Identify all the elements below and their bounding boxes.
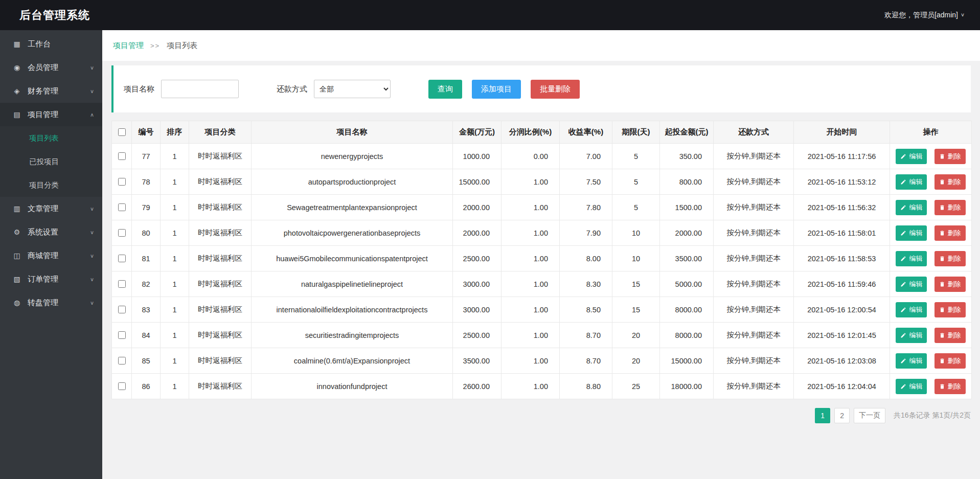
- edit-button-label: 编辑: [909, 305, 922, 314]
- row-checkbox[interactable]: [118, 382, 126, 390]
- sidebar-subitem-project-categories[interactable]: 项目分类: [0, 173, 102, 197]
- trash-icon: [939, 332, 945, 338]
- cell-id: 81: [132, 246, 161, 271]
- cell-amount: 15000.00: [453, 169, 502, 195]
- cell-yield-rate: 8.80: [560, 374, 612, 399]
- row-checkbox[interactable]: [118, 306, 126, 313]
- edit-button[interactable]: 编辑: [896, 302, 927, 317]
- cell-category: 时时返福利区: [189, 374, 252, 399]
- sidebar-item-workbench[interactable]: ▦ 工作台: [0, 32, 102, 56]
- trash-icon: [939, 281, 945, 287]
- app-title: 后台管理系统: [19, 8, 90, 23]
- edit-button[interactable]: 编辑: [896, 200, 927, 215]
- trash-icon: [939, 179, 945, 185]
- delete-button[interactable]: 删除: [935, 149, 966, 164]
- cell-min-investment: 5000.00: [660, 271, 714, 297]
- page-button-2[interactable]: 2: [834, 408, 850, 423]
- cell-term-days: 5: [612, 195, 660, 220]
- edit-button[interactable]: 编辑: [896, 328, 927, 343]
- table-row: 82 1 时时返福利区 naturalgaspipelinetielinepro…: [112, 271, 972, 297]
- sidebar-item-members[interactable]: ◉ 会员管理 ∨: [0, 56, 102, 79]
- cell-share-ratio: 1.00: [502, 374, 560, 399]
- edit-button-label: 编辑: [909, 280, 922, 289]
- row-checkbox[interactable]: [118, 331, 126, 339]
- search-button[interactable]: 查询: [428, 80, 462, 99]
- next-page-button[interactable]: 下一页: [854, 408, 885, 423]
- edit-button[interactable]: 编辑: [896, 149, 927, 164]
- page-button-1[interactable]: 1: [815, 408, 830, 423]
- delete-button[interactable]: 删除: [935, 200, 966, 215]
- cell-sort: 1: [161, 297, 189, 323]
- cell-sort: 1: [161, 374, 189, 399]
- breadcrumb: 项目管理 >> 项目列表: [102, 30, 980, 61]
- select-all-checkbox[interactable]: [118, 128, 126, 136]
- edit-button[interactable]: 编辑: [896, 277, 927, 292]
- cell-id: 82: [132, 271, 161, 297]
- pencil-icon: [900, 383, 906, 390]
- delete-button[interactable]: 删除: [935, 328, 966, 343]
- sidebar-item-settings[interactable]: ⚙ 系统设置 ∨: [0, 220, 102, 244]
- edit-button[interactable]: 编辑: [896, 251, 927, 266]
- cell-category: 时时返福利区: [189, 323, 252, 348]
- repay-method-select[interactable]: 全部: [314, 80, 391, 98]
- cell-sort: 1: [161, 246, 189, 271]
- sidebar-subitem-invested-projects[interactable]: 已投项目: [0, 150, 102, 173]
- batch-delete-button[interactable]: 批量删除: [531, 80, 580, 99]
- cell-yield-rate: 8.30: [560, 271, 612, 297]
- sidebar-item-articles[interactable]: ▥ 文章管理 ∨: [0, 197, 102, 220]
- column-header: 分润比例(%): [502, 121, 560, 144]
- user-menu[interactable]: 欢迎您，管理员[admin] ∨: [884, 11, 965, 20]
- delete-button[interactable]: 删除: [935, 353, 966, 369]
- row-checkbox[interactable]: [118, 357, 126, 364]
- cell-amount: 2600.00: [453, 374, 502, 399]
- project-name-input[interactable]: [161, 80, 239, 98]
- delete-button[interactable]: 删除: [935, 251, 966, 266]
- sidebar-item-finance[interactable]: ◈ 财务管理 ∨: [0, 79, 102, 103]
- cell-sort: 1: [161, 323, 189, 348]
- delete-button[interactable]: 删除: [935, 225, 966, 241]
- add-project-button[interactable]: 添加项目: [472, 80, 521, 99]
- edit-button[interactable]: 编辑: [896, 225, 927, 241]
- row-select-cell: [112, 144, 132, 169]
- row-checkbox[interactable]: [118, 178, 126, 186]
- sidebar-item-projects[interactable]: ▤ 项目管理 ∧: [0, 103, 102, 126]
- project-name-label: 项目名称: [124, 84, 154, 94]
- cell-sort: 1: [161, 348, 189, 374]
- row-checkbox[interactable]: [118, 255, 126, 262]
- row-checkbox[interactable]: [118, 152, 126, 160]
- cell-yield-rate: 8.00: [560, 246, 612, 271]
- chevron-down-icon: ∨: [90, 88, 94, 94]
- sidebar-item-label: 项目管理: [28, 110, 90, 120]
- edit-button[interactable]: 编辑: [896, 353, 927, 369]
- edit-button[interactable]: 编辑: [896, 379, 927, 394]
- column-header: 金额(万元): [453, 121, 502, 144]
- content-area: 项目管理 >> 项目列表 项目名称 还款方式 全部 查询 添加项目 批量删除: [102, 30, 980, 479]
- sidebar-item-turntable[interactable]: ◍ 转盘管理 ∨: [0, 291, 102, 314]
- cell-actions: 编辑 删除: [890, 246, 972, 271]
- chevron-down-icon: ∨: [90, 229, 94, 235]
- pencil-icon: [900, 358, 906, 364]
- delete-button[interactable]: 删除: [935, 302, 966, 317]
- trash-icon: [939, 307, 945, 313]
- cell-amount: 2500.00: [453, 323, 502, 348]
- sidebar-subitem-project-list[interactable]: 项目列表: [0, 126, 102, 150]
- sidebar-item-orders[interactable]: ▧ 订单管理 ∨: [0, 267, 102, 291]
- edit-button[interactable]: 编辑: [896, 174, 927, 190]
- delete-button[interactable]: 删除: [935, 174, 966, 190]
- row-checkbox[interactable]: [118, 229, 126, 237]
- cell-repay-method: 按分钟,到期还本: [714, 297, 794, 323]
- finance-icon: ◈: [11, 87, 22, 95]
- sidebar-item-mall[interactable]: ◫ 商城管理 ∨: [0, 244, 102, 267]
- row-checkbox[interactable]: [118, 203, 126, 211]
- row-checkbox[interactable]: [118, 280, 126, 288]
- cell-start-time: 2021-05-16 11:56:32: [794, 195, 890, 220]
- delete-button[interactable]: 删除: [935, 277, 966, 292]
- cell-category: 时时返福利区: [189, 271, 252, 297]
- breadcrumb-parent-link[interactable]: 项目管理: [113, 41, 144, 51]
- member-icon: ◉: [11, 63, 22, 72]
- delete-button-label: 删除: [948, 331, 961, 340]
- edit-button-label: 编辑: [909, 356, 922, 366]
- column-header: 操作: [890, 121, 972, 144]
- delete-button[interactable]: 删除: [935, 379, 966, 394]
- cell-project-name: innovationfundproject: [252, 374, 453, 399]
